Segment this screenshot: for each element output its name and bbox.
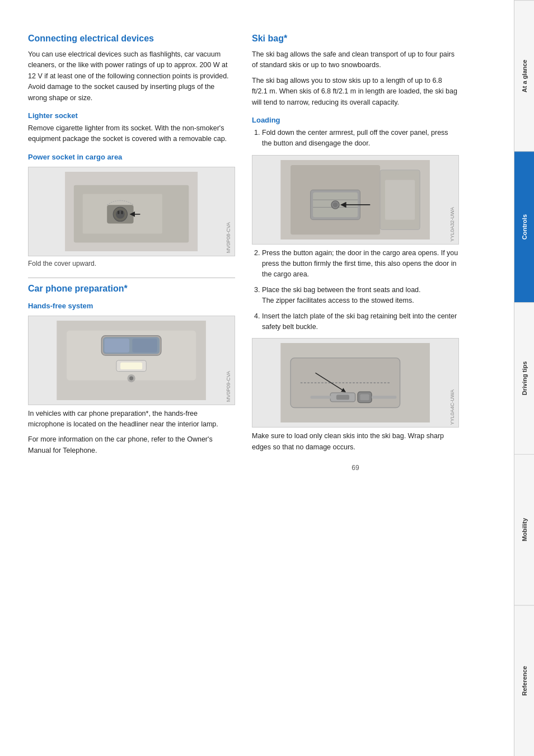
hands-free-image-label: MV0P09-CVA [226,371,231,402]
svg-rect-6 [118,210,120,214]
svg-rect-36 [360,395,369,401]
svg-rect-13 [105,339,129,353]
ski-bag-image2-label: YYL0A4C-UWA [449,389,455,425]
svg-rect-38 [372,396,396,398]
power-socket-title: Power socket in cargo area [28,153,235,161]
svg-point-18 [129,376,133,380]
main-content: Connecting electrical devices You can us… [0,0,514,756]
svg-point-26 [333,202,338,207]
hands-free-image: MV0P09-CVA [28,316,235,405]
connecting-devices-body: You can use electrical devices such as f… [28,49,235,104]
svg-point-5 [116,209,125,218]
ski-bag-body2: The ski bag allows you to stow skis up t… [252,76,459,108]
sidebar-tab-controls[interactable]: Controls [514,151,534,302]
ski-bag-image2: YYL0A4C-UWA [252,338,459,428]
hands-free-title: Hands-free system [28,302,235,310]
connecting-devices-title: Connecting electrical devices [28,34,235,44]
svg-rect-34 [336,395,349,400]
svg-rect-37 [311,396,331,398]
hands-free-text1: In vehicles with car phone preparation*,… [28,408,235,430]
sidebar-tab-reference[interactable]: Reference [514,605,534,756]
loading-steps-2: Press the button again; the door in the … [252,248,459,333]
svg-rect-29 [385,180,415,219]
hands-free-text2: For more information on the car phone, r… [28,434,235,456]
loading-steps: Fold down the center armrest, pull off t… [252,128,459,149]
section-divider [28,278,235,278]
ski-bag-caption: Make sure to load only clean skis into t… [252,431,459,453]
car-phone-title: Car phone preparation* [28,284,235,294]
sidebar-tab-driving-tips[interactable]: Driving tips [514,302,534,453]
page-number: 69 [252,464,459,472]
right-column: Ski bag* The ski bag allows the safe and… [252,34,459,734]
left-column: Connecting electrical devices You can us… [28,34,235,734]
loading-title: Loading [252,116,459,124]
page-wrapper: Connecting electrical devices You can us… [0,0,534,756]
step-3: Place the ski bag between the front seat… [262,285,459,307]
sidebar-tab-at-a-glance[interactable]: At a glance [514,0,534,151]
ski-bag-title: Ski bag* [252,34,459,44]
svg-rect-7 [121,210,123,214]
lighter-socket-title: Lighter socket [28,111,235,120]
power-socket-image-label: MV0P08-CVA [226,222,231,253]
sidebar-tab-mobility[interactable]: Mobility [514,454,534,605]
step-4: Insert the latch plate of the ski bag re… [262,311,459,333]
lighter-socket-text: Remove cigarette lighter from its socket… [28,123,235,145]
ski-bag-image1-label: YYL0A32-UWA [449,207,455,242]
power-socket-caption: Fold the cover upward. [28,260,235,267]
step-2: Press the button again; the door in the … [262,248,459,280]
ski-bag-image1: YYL0A32-UWA [252,155,459,245]
step-1: Fold down the center armrest, pull off t… [262,128,459,149]
sidebar: At a glance Controls Driving tips Mobili… [514,0,534,756]
svg-rect-16 [120,362,142,369]
svg-rect-14 [133,339,157,353]
power-socket-image: MV0P08-CVA [28,167,235,256]
ski-bag-body1: The ski bag allows the safe and clean tr… [252,49,459,71]
